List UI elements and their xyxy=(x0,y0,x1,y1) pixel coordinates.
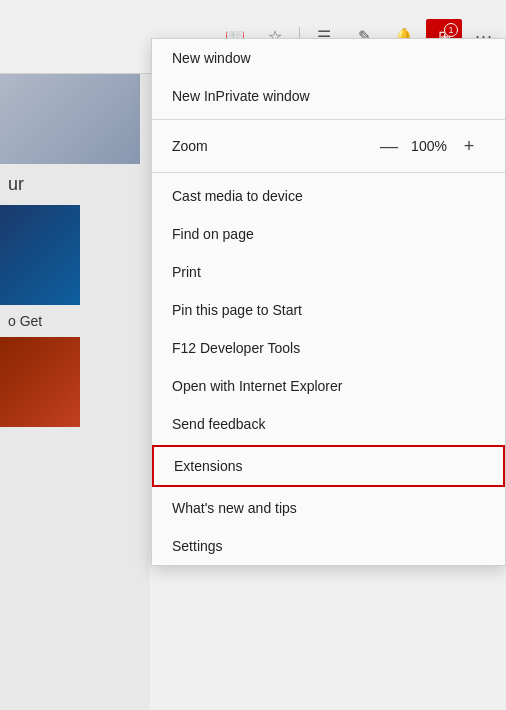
menu-divider-1 xyxy=(152,119,505,120)
content-text-1: ur xyxy=(0,164,150,205)
content-area: ur o Get xyxy=(0,74,150,710)
menu-item-pin-to-start[interactable]: Pin this page to Start xyxy=(152,291,505,329)
menu-item-cast-media[interactable]: Cast media to device xyxy=(152,177,505,215)
menu-divider-2 xyxy=(152,172,505,173)
menu-item-dev-tools[interactable]: F12 Developer Tools xyxy=(152,329,505,367)
zoom-value: 100% xyxy=(405,138,453,154)
menu-item-print[interactable]: Print xyxy=(152,253,505,291)
zoom-label: Zoom xyxy=(172,138,373,154)
content-text-2: o Get xyxy=(0,305,150,337)
menu-item-settings[interactable]: Settings xyxy=(152,527,505,565)
menu-item-open-ie[interactable]: Open with Internet Explorer xyxy=(152,367,505,405)
menu-item-extensions[interactable]: Extensions xyxy=(152,445,505,487)
menu-item-new-window[interactable]: New window xyxy=(152,39,505,77)
content-image-2 xyxy=(0,205,80,305)
menu-item-whats-new[interactable]: What's new and tips xyxy=(152,489,505,527)
zoom-plus-button[interactable]: + xyxy=(453,132,485,160)
zoom-minus-button[interactable]: — xyxy=(373,132,405,160)
menu-item-send-feedback[interactable]: Send feedback xyxy=(152,405,505,443)
notification-badge: 1 xyxy=(444,23,458,37)
content-image-3 xyxy=(0,337,80,427)
menu-item-find-on-page[interactable]: Find on page xyxy=(152,215,505,253)
menu-item-new-inprivate-window[interactable]: New InPrivate window xyxy=(152,77,505,115)
zoom-row: Zoom — 100% + xyxy=(152,124,505,168)
content-image-1 xyxy=(0,74,140,164)
dropdown-menu: New window New InPrivate window Zoom — 1… xyxy=(151,38,506,566)
